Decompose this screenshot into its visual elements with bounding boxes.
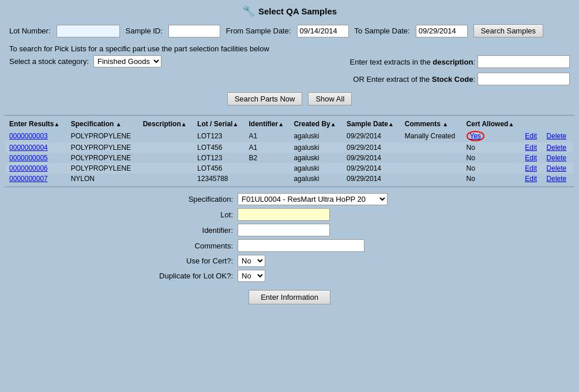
row-id[interactable]: 0000000006: [6, 163, 67, 174]
bottom-form: Specification: F01UL0004 - ResMart Ultra…: [145, 193, 434, 304]
row-description: [140, 153, 194, 163]
desc-label: Enter text extracts in the description:: [349, 58, 475, 66]
row-identifier: [246, 174, 291, 184]
search-samples-button[interactable]: Search Samples: [473, 24, 543, 37]
lot-number-input[interactable]: [57, 25, 120, 37]
row-id[interactable]: 0000000003: [6, 130, 67, 142]
page-title-section: 🔧 Select QA Samples: [0, 0, 579, 21]
cert-allowed-cell: No: [463, 153, 522, 163]
row-edit[interactable]: Edit: [521, 130, 543, 142]
results-table: Enter Results▲ Specification ▲ Descripti…: [6, 118, 573, 184]
row-identifier: A1: [246, 130, 291, 142]
row-edit[interactable]: Edit: [521, 163, 543, 174]
row-id[interactable]: 0000000005: [6, 153, 67, 163]
row-lot-serial: LOT456: [194, 142, 245, 153]
row-description: [140, 142, 194, 153]
row-edit[interactable]: Edit: [521, 174, 543, 184]
enter-information-button[interactable]: Enter Information: [249, 290, 330, 304]
col-specification[interactable]: Specification ▲: [67, 118, 140, 130]
row-edit[interactable]: Edit: [521, 153, 543, 163]
dup-label: Duplicate for Lot OK?:: [145, 272, 238, 280]
row-lot-serial: LOT456: [194, 163, 245, 174]
divider2: [5, 186, 574, 187]
row-delete[interactable]: Delete: [543, 130, 573, 142]
row-id[interactable]: 0000000007: [6, 174, 67, 184]
form-dup-row: Duplicate for Lot OK?: No Yes: [145, 270, 434, 282]
row-sample-date: 09/29/2014: [343, 153, 401, 163]
col-comments[interactable]: Comments ▲: [401, 118, 463, 130]
row-created-by: agaluski: [290, 153, 343, 163]
row-lot-serial: LOT123: [194, 130, 245, 142]
to-date-label: To Sample Date:: [355, 27, 410, 35]
category-label: Select a stock category:: [9, 57, 89, 66]
form-identifier-row: Identifier:: [145, 224, 434, 236]
row-sample-date: 09/29/2014: [343, 174, 401, 184]
table-row: 0000000005 POLYPROPYLENE LOT123 B2 agalu…: [6, 153, 573, 163]
category-select[interactable]: Finished Goods Raw Material All: [93, 55, 161, 67]
row-delete[interactable]: Delete: [543, 153, 573, 163]
col-lot-serial[interactable]: Lot / Serial▲: [194, 118, 245, 130]
col-enter-results[interactable]: Enter Results▲: [6, 118, 67, 130]
row-created-by: agaluski: [290, 174, 343, 184]
stock-code-input[interactable]: [478, 73, 570, 85]
dup-select[interactable]: No Yes: [238, 270, 265, 282]
col-cert-allowed[interactable]: Cert Allowed▲: [463, 118, 522, 130]
spec-input-container: F01UL0004 - ResMart Ultra HoPP 20: [238, 193, 434, 205]
lot-input[interactable]: [238, 208, 330, 221]
spec-select[interactable]: F01UL0004 - ResMart Ultra HoPP 20: [238, 193, 388, 205]
col-description[interactable]: Description▲: [140, 118, 194, 130]
cert-yes-highlighted[interactable]: Yes: [467, 131, 485, 141]
row-specification: POLYPROPYLENE: [67, 130, 140, 142]
to-date-input[interactable]: [416, 25, 468, 37]
description-input[interactable]: [478, 55, 570, 68]
show-all-button[interactable]: Show All: [308, 92, 352, 105]
row-specification: NYLON: [67, 174, 140, 184]
from-date-input[interactable]: [297, 25, 349, 37]
comments-input[interactable]: [238, 239, 364, 252]
row-delete[interactable]: Delete: [543, 142, 573, 153]
row-created-by: agaluski: [290, 142, 343, 153]
search-parts-button[interactable]: Search Parts Now: [227, 92, 303, 105]
lot-number-label: Lot Number:: [9, 27, 51, 35]
row-sample-date: 09/29/2014: [343, 130, 401, 142]
col-sample-date[interactable]: Sample Date▲: [343, 118, 401, 130]
row-created-by: agaluski: [290, 130, 343, 142]
identifier-input-container: [238, 224, 434, 236]
filter-section: To search for Pick Lists for a specific …: [0, 41, 579, 112]
form-spec-row: Specification: F01UL0004 - ResMart Ultra…: [145, 193, 434, 205]
row-comments: [401, 174, 463, 184]
identifier-input[interactable]: [238, 224, 330, 236]
dup-input-container: No Yes: [238, 270, 434, 282]
cert-allowed-cell: No: [463, 142, 522, 153]
row-identifier: [246, 163, 291, 174]
comments-input-container: [238, 239, 434, 252]
row-specification: POLYPROPYLENE: [67, 153, 140, 163]
row-comments: [401, 153, 463, 163]
enter-btn-row: Enter Information: [145, 290, 434, 304]
row-lot-serial: LOT123: [194, 153, 245, 163]
row-description: [140, 163, 194, 174]
col-identifier[interactable]: Identifier▲: [246, 118, 291, 130]
divider: [5, 115, 574, 116]
cert-label: Use for Cert?:: [145, 257, 238, 265]
col-delete: [543, 118, 573, 130]
cert-allowed-cell: Yes: [463, 130, 522, 142]
cert-select[interactable]: No Yes: [238, 255, 265, 267]
from-date-label: From Sample Date:: [226, 27, 291, 35]
col-created-by[interactable]: Created By▲: [290, 118, 343, 130]
row-identifier: B2: [246, 153, 291, 163]
row-id[interactable]: 0000000004: [6, 142, 67, 153]
row-edit[interactable]: Edit: [521, 142, 543, 153]
form-lot-row: Lot:: [145, 208, 434, 221]
cert-allowed-cell: No: [463, 174, 522, 184]
top-search-bar: Lot Number: Sample ID: From Sample Date:…: [0, 21, 579, 41]
table-row: 0000000007 NYLON 12345788 agaluski 09/29…: [6, 174, 573, 184]
row-sample-date: 09/29/2014: [343, 163, 401, 174]
table-row: 0000000006 POLYPROPYLENE LOT456 agaluski…: [6, 163, 573, 174]
sample-id-input[interactable]: [168, 25, 220, 37]
row-created-by: agaluski: [290, 163, 343, 174]
table-row: 0000000004 POLYPROPYLENE LOT456 A1 agalu…: [6, 142, 573, 153]
row-delete[interactable]: Delete: [543, 174, 573, 184]
row-lot-serial: 12345788: [194, 174, 245, 184]
row-delete[interactable]: Delete: [543, 163, 573, 174]
